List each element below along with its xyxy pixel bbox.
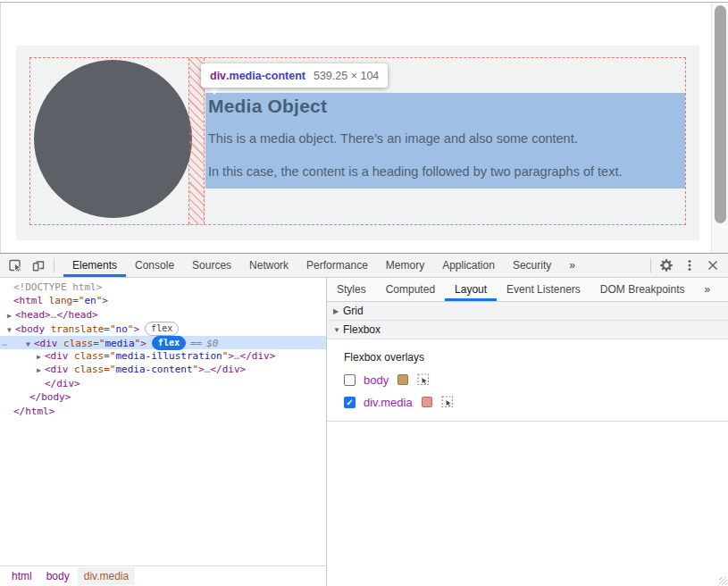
grid-section-header[interactable]: ▶ Grid <box>327 302 728 321</box>
overlay-element-label[interactable]: body <box>364 373 389 387</box>
collapsed-arrow-icon[interactable]: ▶ <box>333 307 341 315</box>
tree-row-4[interactable]: ▼<body translate="no">flex <box>0 322 326 335</box>
tab-memory[interactable]: Memory <box>377 254 433 277</box>
layout-sidebar: StylesComputedLayoutEvent ListenersDOM B… <box>327 278 728 586</box>
sidebar-tab-styles[interactable]: Styles <box>327 278 376 301</box>
elements-panel: <!DOCTYPE html><html lang="en">▶<head>…<… <box>0 278 327 586</box>
code-token-tag: <div <box>34 338 58 349</box>
code-token-tag: > <box>198 364 205 375</box>
tree-row-5[interactable]: …▼<div class="media">flex==$0 <box>0 336 326 349</box>
breadcrumb: htmlbodydiv.media <box>0 565 326 586</box>
tree-row-10[interactable]: </html> <box>0 405 326 418</box>
code-token-attr: class=" <box>69 350 116 362</box>
sidebar-tab-computed[interactable]: Computed <box>376 278 445 301</box>
page-scrollbar-track[interactable] <box>711 3 728 253</box>
more-options-icon[interactable] <box>678 254 701 277</box>
sidebar-tab-more[interactable]: » <box>695 278 721 301</box>
tab-network[interactable]: Network <box>240 254 297 277</box>
flex-badge[interactable]: flex <box>145 322 179 336</box>
tree-row-8[interactable]: </div> <box>0 377 326 390</box>
collapsed-arrow-icon[interactable]: ▶ <box>37 350 45 364</box>
code-token-tag: <div <box>45 350 69 362</box>
code-token-tag: <html <box>13 295 43 306</box>
code-token-tag: </div> <box>240 350 276 362</box>
tree-row-3[interactable]: ▶<head>…</head> <box>0 308 326 322</box>
flexbox-overlays-section: Flexbox overlays body ✓div.media <box>327 339 728 422</box>
media-paragraph-2: In this case, the content is a heading f… <box>208 164 685 179</box>
tree-row-1[interactable]: <!DOCTYPE html> <box>0 280 326 294</box>
sidebar-tab-layout[interactable]: Layout <box>445 278 497 301</box>
code-token-tag: </html> <box>13 406 54 417</box>
grid-section-label: Grid <box>343 305 364 317</box>
flexbox-section-header[interactable]: ▼ Flexbox <box>327 321 728 339</box>
overlay-element-label[interactable]: div.media <box>364 396 413 409</box>
tree-row-2[interactable]: <html lang="en"> <box>0 294 326 307</box>
sidebar-tab-dom-breakpoints[interactable]: DOM Breakpoints <box>590 278 695 301</box>
toolbar-right-controls <box>647 254 728 277</box>
overlay-color-swatch <box>397 374 408 385</box>
sidebar-tab-event-listeners[interactable]: Event Listeners <box>497 278 590 301</box>
overlay-color-swatch <box>422 397 432 407</box>
page-preview: Media Object This is a media object. The… <box>0 0 728 253</box>
code-token-tag: > <box>133 323 139 335</box>
code-token-val: media-illustration <box>115 350 222 362</box>
breadcrumb-html[interactable]: html <box>5 567 38 585</box>
settings-gear-icon[interactable] <box>655 254 678 277</box>
dollar-zero-ref: $0 <box>206 338 218 349</box>
code-token-tag: > <box>102 295 108 306</box>
code-token-tag: <body <box>15 323 45 335</box>
collapsed-arrow-icon[interactable]: ▶ <box>7 309 15 322</box>
dom-tree: <!DOCTYPE html><html lang="en">▶<head>…<… <box>0 278 326 565</box>
pick-element-icon[interactable] <box>441 396 454 408</box>
flex-badge[interactable]: flex <box>152 336 186 350</box>
tooltip-pointer <box>208 87 221 95</box>
tab-more[interactable]: » <box>560 254 584 277</box>
code-token-tag: <div <box>45 364 69 375</box>
flexbox-overlay-row: body <box>344 373 728 386</box>
tooltip-dimensions: 539.25 × 104 <box>314 70 379 82</box>
tree-row-6[interactable]: ▶<div class="media-illustration">…</div> <box>0 349 326 363</box>
tab-performance[interactable]: Performance <box>297 254 377 277</box>
collapsed-arrow-icon[interactable]: ▶ <box>37 364 45 377</box>
code-token-val: media <box>105 338 134 349</box>
overlay-checkbox[interactable] <box>344 374 356 386</box>
code-token-val: no <box>116 323 128 335</box>
pick-element-icon[interactable] <box>417 373 430 386</box>
inspect-tooltip: div.media-content 539.25 × 104 <box>201 63 388 88</box>
resize-grip[interactable] <box>719 577 727 585</box>
tree-row-7[interactable]: ▶<div class="media-content">…</div> <box>0 363 326 376</box>
code-token-tag: </head> <box>56 309 97 321</box>
breadcrumb-body[interactable]: body <box>40 567 76 585</box>
flexbox-overlays-list: body ✓div.media <box>344 373 728 408</box>
code-token-tag: </div> <box>210 364 246 375</box>
code-token-tag: <head> <box>15 309 51 321</box>
media-paragraph-1: This is a media object. There’s an image… <box>208 131 685 146</box>
tab-elements[interactable]: Elements <box>63 254 126 277</box>
code-token-doctype: <!DOCTYPE html> <box>13 281 102 293</box>
code-token-tag: > <box>228 350 234 362</box>
code-token-attr: class=" <box>58 338 105 349</box>
tab-console[interactable]: Console <box>126 254 183 277</box>
code-token-val: media-content <box>115 364 192 375</box>
expanded-arrow-icon[interactable]: ▼ <box>333 326 341 334</box>
device-toolbar-icon[interactable] <box>27 254 50 277</box>
sidebar-tab-strip: StylesComputedLayoutEvent ListenersDOM B… <box>327 278 728 302</box>
page-scrollbar-thumb[interactable] <box>715 5 726 223</box>
close-icon[interactable] <box>701 254 724 277</box>
code-token-tag: </body> <box>29 391 71 403</box>
breadcrumb-div-media[interactable]: div.media <box>78 567 135 585</box>
row-actions-ellipsis[interactable]: … <box>2 336 6 349</box>
devtools-toolbar: ElementsConsoleSourcesNetworkPerformance… <box>0 254 728 278</box>
media-illustration-region <box>30 58 189 224</box>
code-token-tag: > <box>140 338 146 349</box>
overlay-checkbox[interactable]: ✓ <box>344 397 356 408</box>
tree-row-9[interactable]: </body> <box>0 390 326 404</box>
tab-application[interactable]: Application <box>433 254 504 277</box>
tab-security[interactable]: Security <box>504 254 560 277</box>
tooltip-tag-name: div <box>210 70 226 82</box>
inspect-element-icon[interactable] <box>4 254 27 277</box>
tab-sources[interactable]: Sources <box>183 254 240 277</box>
code-token-val: en <box>84 295 96 306</box>
checkmark-icon: ✓ <box>344 397 356 408</box>
media-illustration-circle <box>34 60 192 218</box>
